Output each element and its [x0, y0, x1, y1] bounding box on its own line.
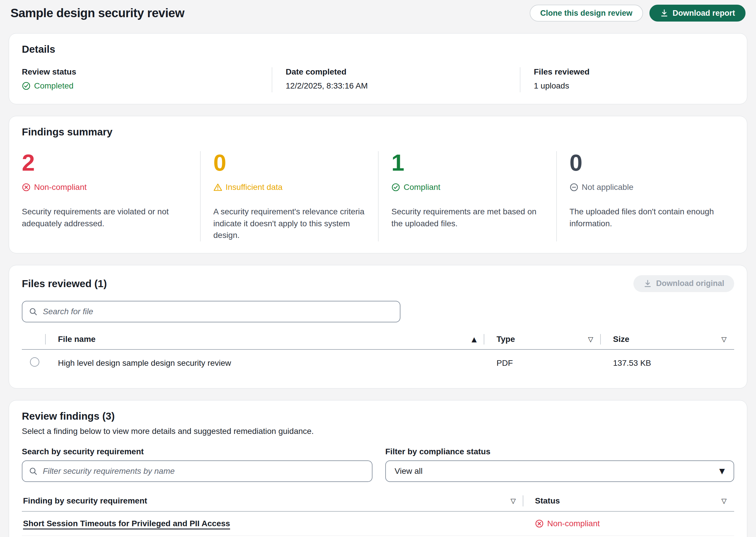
- summary-description: Security requirements are met based on t…: [392, 206, 543, 229]
- sort-unsorted-icon: ▽: [721, 336, 727, 343]
- status-badge: Non-compliant: [523, 519, 734, 528]
- summary-insufficient-data: 0 Insufficient data A security requireme…: [200, 151, 378, 241]
- search-icon: [29, 307, 38, 316]
- x-circle-icon: [535, 519, 544, 528]
- page-title: Sample design security review: [11, 6, 184, 20]
- page: Sample design security review Clone this…: [0, 0, 756, 537]
- status-text: Compliant: [403, 183, 440, 192]
- details-grid: Review status Completed Date completed 1…: [22, 67, 734, 92]
- detail-value: 12/2/2025, 8:33:16 AM: [286, 81, 508, 91]
- review-findings-card: Review findings (3) Select a finding bel…: [9, 400, 747, 537]
- status-badge: Completed: [22, 81, 73, 91]
- findings-filters: Search by security requirement Filter by…: [22, 447, 734, 482]
- column-header-size[interactable]: Size ▽: [601, 329, 734, 349]
- findings-summary-card: Findings summary 2 Non-compliant Securit…: [9, 116, 747, 253]
- detail-label: Files reviewed: [534, 67, 723, 77]
- warning-triangle-icon: [213, 183, 222, 191]
- column-label: Type: [496, 335, 515, 344]
- column-header-type[interactable]: Type ▽: [484, 329, 601, 349]
- sort-unsorted-icon: ▽: [721, 497, 727, 505]
- files-reviewed-heading: Files reviewed (1): [22, 278, 107, 289]
- summary-compliant: 1 Compliant Security requirements are me…: [378, 151, 556, 241]
- summary-description: Security requirements are violated or no…: [22, 206, 187, 229]
- download-original-button[interactable]: Download original: [633, 275, 734, 292]
- download-report-label: Download report: [673, 9, 735, 18]
- summary-description: A security requirement's relevance crite…: [213, 206, 365, 241]
- chevron-down-icon: ▼: [719, 467, 725, 475]
- download-report-button[interactable]: Download report: [650, 5, 746, 21]
- detail-files-reviewed: Files reviewed 1 uploads: [520, 67, 734, 92]
- detail-review-status: Review status Completed: [22, 67, 272, 92]
- summary-count: 0: [569, 151, 721, 175]
- files-reviewed-card: Files reviewed (1) Download original Fil…: [9, 265, 747, 389]
- files-reviewed-header-row: Files reviewed (1) Download original: [22, 275, 734, 292]
- file-type-cell: PDF: [484, 358, 601, 368]
- check-circle-icon: [392, 183, 400, 191]
- column-header-finding[interactable]: Finding by security requirement ▽: [22, 491, 523, 511]
- file-search-box: [22, 301, 400, 322]
- column-header-selection: [22, 329, 46, 349]
- status-badge: Non-compliant: [22, 183, 87, 192]
- requirement-search-box: [22, 460, 372, 482]
- file-row-radio[interactable]: [30, 357, 39, 367]
- detail-label: Review status: [22, 67, 260, 77]
- status-text: Non-compliant: [34, 183, 87, 192]
- download-icon: [660, 9, 669, 18]
- page-header: Sample design security review Clone this…: [9, 0, 747, 21]
- clone-review-button[interactable]: Clone this design review: [530, 5, 643, 21]
- status-text: Non-compliant: [547, 519, 600, 528]
- finding-link[interactable]: Short Session Timeouts for Privileged an…: [22, 519, 230, 528]
- details-heading: Details: [22, 43, 734, 55]
- column-header-file-name[interactable]: File name ▲: [46, 329, 484, 349]
- column-label: Finding by security requirement: [23, 496, 147, 506]
- review-findings-heading: Review findings (3): [22, 410, 734, 422]
- file-name-cell: High level design sample design security…: [46, 358, 484, 368]
- status-text: Not applicable: [582, 183, 633, 192]
- header-actions: Clone this design review Download report: [530, 5, 745, 21]
- findings-summary-grid: 2 Non-compliant Security requirements ar…: [22, 151, 734, 241]
- check-circle-icon: [22, 82, 30, 90]
- findings-summary-heading: Findings summary: [22, 126, 734, 138]
- column-header-status[interactable]: Status ▽: [523, 491, 734, 511]
- search-icon: [29, 467, 38, 475]
- compliance-status-select[interactable]: View all ▼: [385, 460, 734, 482]
- sort-unsorted-icon: ▽: [511, 497, 516, 505]
- summary-not-applicable: 0 Not applicable The uploaded files don'…: [556, 151, 735, 241]
- column-label: File name: [58, 335, 96, 344]
- files-table-header: File name ▲ Type ▽ Size ▽: [22, 329, 734, 350]
- select-value: View all: [395, 467, 423, 476]
- minus-circle-icon: [569, 183, 578, 191]
- summary-count: 2: [22, 151, 187, 175]
- search-field-label: Search by security requirement: [22, 447, 372, 456]
- search-field-group: Search by security requirement: [22, 447, 372, 482]
- filter-field-label: Filter by compliance status: [385, 447, 734, 456]
- status-badge: Compliant: [392, 183, 440, 192]
- download-icon: [643, 279, 652, 288]
- findings-table-header: Finding by security requirement ▽ Status…: [22, 491, 734, 512]
- sort-unsorted-icon: ▽: [588, 336, 593, 343]
- status-badge: Not applicable: [569, 183, 633, 192]
- requirement-search-input[interactable]: [42, 466, 365, 476]
- summary-description: The uploaded files don't contain enough …: [569, 206, 721, 229]
- summary-count: 1: [392, 151, 543, 175]
- file-search-input[interactable]: [42, 307, 394, 316]
- table-row: Customer-Managed Encryption Keys Require…: [22, 536, 734, 537]
- table-row: Short Session Timeouts for Privileged an…: [22, 512, 734, 536]
- column-label: Status: [535, 496, 560, 506]
- download-original-label: Download original: [656, 279, 724, 288]
- status-text: Completed: [34, 81, 73, 91]
- details-card: Details Review status Completed Date com…: [9, 33, 747, 104]
- detail-value: 1 uploads: [534, 81, 723, 91]
- detail-date-completed: Date completed 12/2/2025, 8:33:16 AM: [272, 67, 520, 92]
- x-circle-icon: [22, 183, 30, 191]
- status-text: Insufficient data: [226, 183, 283, 192]
- table-row: High level design sample design security…: [22, 350, 734, 377]
- review-findings-subtitle: Select a finding below to view more deta…: [22, 427, 734, 436]
- filter-field-group: Filter by compliance status View all ▼: [385, 447, 734, 482]
- column-label: Size: [613, 335, 629, 344]
- file-size-cell: 137.53 KB: [601, 358, 734, 368]
- detail-label: Date completed: [286, 67, 508, 77]
- summary-non-compliant: 2 Non-compliant Security requirements ar…: [22, 151, 200, 241]
- sort-ascending-icon: ▲: [472, 336, 477, 343]
- status-badge: Insufficient data: [213, 183, 283, 192]
